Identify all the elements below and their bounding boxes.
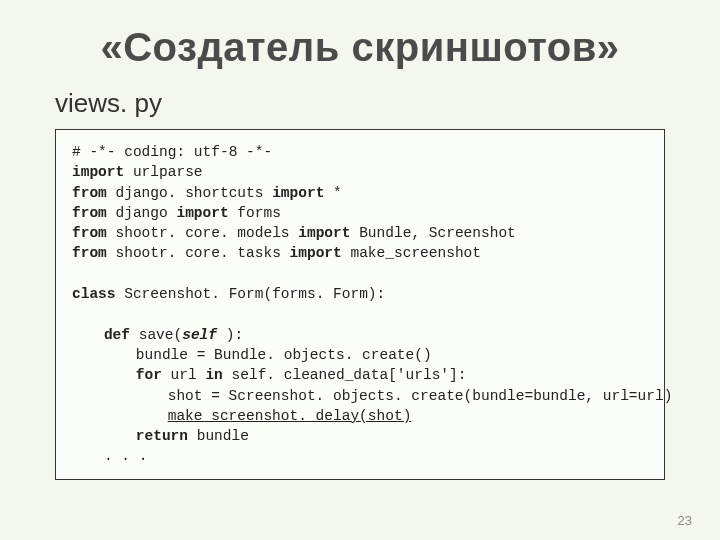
code-line: def save(self ): (72, 325, 648, 345)
code-line: . . . (72, 446, 648, 466)
code-block: # -*- coding: utf-8 -*- import urlparse … (55, 129, 665, 480)
code-line: class Screenshot. Form(forms. Form): (72, 284, 648, 304)
code-line: from django. shortcuts import * (72, 183, 648, 203)
code-line: for url in self. cleaned_data['urls']: (72, 365, 648, 385)
code-line: from shootr. core. tasks import make_scr… (72, 243, 648, 263)
code-line: from django import forms (72, 203, 648, 223)
slide-title: «Создатель скриншотов» (55, 25, 665, 70)
code-line: import urlparse (72, 162, 648, 182)
code-line: make screenshot. delay(shot) (72, 406, 648, 426)
code-line: from shootr. core. models import Bundle,… (72, 223, 648, 243)
slide: «Создатель скриншотов» views. py # -*- c… (0, 0, 720, 540)
code-line: shot = Screenshot. objects. create(bundl… (72, 386, 648, 406)
code-line: # -*- coding: utf-8 -*- (72, 142, 648, 162)
filename-subtitle: views. py (55, 88, 665, 119)
code-line: return bundle (72, 426, 648, 446)
blank-line (72, 264, 648, 284)
code-line: bundle = Bundle. objects. create() (72, 345, 648, 365)
blank-line (72, 304, 648, 324)
page-number: 23 (678, 513, 692, 528)
